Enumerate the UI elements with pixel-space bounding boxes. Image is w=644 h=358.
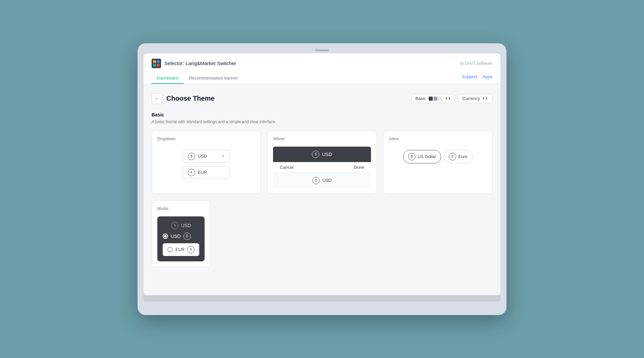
inline-usd-icon: $ — [408, 153, 416, 160]
laptop-bottom — [144, 296, 500, 302]
inline-eur-label: Euro — [458, 154, 467, 159]
inline-eur-icon: € — [449, 153, 456, 160]
inline-btn-usdollar[interactable]: $ US Dollar — [403, 150, 441, 163]
modal-usd-label: USD — [171, 234, 181, 239]
nav-tabs-right: Support Apps — [462, 74, 492, 82]
modal-header-icon: $ — [171, 222, 178, 229]
wheel-card-label: Wheel — [273, 137, 371, 141]
wheel-done[interactable]: Done — [354, 165, 364, 170]
dropdown-card-label: Dropdown — [157, 137, 255, 141]
currency-label: Currency — [462, 96, 480, 101]
main-content: ← Choose Theme Basic ⬆⬇ Currency — [144, 84, 500, 283]
eur-icon: € — [188, 169, 195, 176]
modal-card: Modal $ USD USD $ — [152, 201, 210, 267]
section-title: Basic — [152, 112, 492, 117]
modal-eur-label: EUR — [175, 247, 184, 252]
dropdown-item-usd[interactable]: $ USD ▼ — [183, 150, 230, 163]
back-button[interactable]: ← — [152, 93, 162, 104]
page-header: ← Choose Theme Basic ⬆⬇ Currency — [152, 93, 492, 104]
wheel-selected: $ USD — [273, 147, 371, 162]
wheel-option-label: USD — [322, 178, 331, 183]
theme-arrow-icon: ⬆⬇ — [445, 96, 451, 101]
dot-med — [433, 97, 437, 101]
app-header: Selector: Lang&Market Switcher by DevIT.… — [144, 53, 500, 84]
modal-card-label: Modal — [157, 206, 205, 211]
inline-card: Inline $ US Dollar € Euro — [383, 131, 492, 194]
modal-header-label: USD — [181, 223, 191, 228]
dropdown-arrow-icon: ▼ — [221, 154, 225, 158]
section-desc: A basic theme with standard settings and… — [152, 119, 492, 124]
modal-eur-icon: € — [187, 246, 195, 253]
inline-btn-euro[interactable]: € Euro — [444, 150, 472, 163]
modal-dark: $ USD USD $ EUR — [157, 216, 205, 261]
inline-card-label: Inline — [389, 137, 487, 141]
theme-selector[interactable]: Basic ⬆⬇ — [412, 94, 454, 103]
page-header-right: Basic ⬆⬇ Currency ⬆⬇ — [412, 94, 492, 103]
laptop-notch — [315, 49, 329, 51]
page-title: Choose Theme — [166, 95, 214, 102]
app-title-row: Selector: Lang&Market Switcher by DevIT.… — [152, 59, 492, 73]
second-cards-row: Modal $ USD USD $ — [152, 201, 492, 267]
theme-dots — [429, 97, 442, 101]
wheel-card-content: $ USD Cancel Done $ USD — [273, 147, 371, 188]
nav-tabs-left: Dashboard Recommendation banner — [152, 73, 244, 84]
laptop-frame: Selector: Lang&Market Switcher by DevIT.… — [138, 43, 506, 315]
dot-light — [438, 97, 442, 101]
inline-usd-label: US Dollar — [418, 154, 436, 159]
inline-card-content: $ US Dollar € Euro — [389, 147, 487, 167]
support-link[interactable]: Support — [462, 74, 477, 79]
wheel-option-icon: $ — [312, 177, 320, 184]
dropdown-card-content: $ USD ▼ € EUR — [157, 147, 255, 182]
app-title-left: Selector: Lang&Market Switcher — [152, 59, 236, 68]
apps-link[interactable]: Apps — [482, 74, 492, 79]
app-by: by DevIT.Software — [460, 61, 492, 66]
page-header-left: ← Choose Theme — [152, 93, 214, 104]
app-icon — [152, 59, 161, 68]
nav-tabs: Dashboard Recommendation banner Support … — [152, 73, 492, 84]
wheel-cancel[interactable]: Cancel — [280, 165, 293, 170]
app-title: Selector: Lang&Market Switcher — [164, 60, 236, 66]
usd-icon: $ — [188, 153, 195, 160]
modal-usd-icon: $ — [183, 233, 191, 240]
wheel-selected-label: USD — [322, 152, 332, 157]
icon-cell-1 — [153, 60, 156, 63]
currency-selector[interactable]: Currency ⬆⬇ — [458, 94, 492, 103]
dropdown-item-eur[interactable]: € EUR — [183, 166, 230, 179]
cards-row: Dropdown $ USD ▼ € EUR — [152, 131, 492, 194]
radio-empty-eur — [167, 247, 173, 252]
wheel-actions: Cancel Done — [273, 162, 371, 173]
tab-dashboard[interactable]: Dashboard — [152, 73, 184, 84]
icon-cell-4 — [157, 64, 160, 67]
inline-buttons: $ US Dollar € Euro — [403, 150, 473, 163]
modal-option-eur[interactable]: EUR € — [163, 243, 199, 256]
modal-header-item: $ USD — [163, 222, 199, 229]
wheel-card: Wheel $ USD Cancel Done $ USD — [267, 131, 376, 194]
icon-cell-2 — [157, 60, 160, 63]
radio-inner-usd — [164, 235, 167, 238]
tab-recommendation-banner[interactable]: Recommendation banner — [184, 73, 244, 84]
radio-outer-usd — [163, 234, 168, 239]
wheel-option[interactable]: $ USD — [273, 173, 371, 188]
usd-label: USD — [198, 154, 207, 159]
currency-arrow-icon: ⬆⬇ — [482, 96, 488, 101]
dot-dark — [429, 97, 433, 101]
dropdown-card: Dropdown $ USD ▼ € EUR — [152, 131, 261, 194]
theme-label: Basic — [415, 96, 426, 101]
wheel-selected-icon: $ — [312, 151, 319, 158]
icon-cell-3 — [153, 64, 156, 67]
laptop-screen: Selector: Lang&Market Switcher by DevIT.… — [144, 53, 500, 295]
eur-label: EUR — [198, 170, 207, 175]
modal-option-usd[interactable]: USD $ — [163, 233, 199, 240]
